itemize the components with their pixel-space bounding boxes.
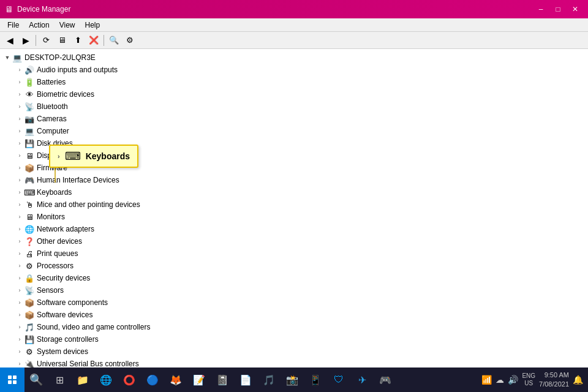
- expand-icon[interactable]: ›: [15, 102, 24, 111]
- word-taskbar[interactable]: 📄: [235, 369, 257, 391]
- properties-button[interactable]: 🖥: [55, 34, 69, 47]
- refresh-button[interactable]: ⟳: [39, 34, 53, 47]
- list-item[interactable]: › ❓ Other devices: [0, 235, 588, 247]
- list-item[interactable]: › 📦 Software devices: [0, 309, 588, 321]
- list-item[interactable]: › 🔌 Universal Serial Bus controllers: [0, 358, 588, 368]
- expand-icon[interactable]: ›: [15, 273, 24, 283]
- list-item[interactable]: › 🎮 Human Interface Devices: [0, 174, 588, 186]
- minimize-button[interactable]: –: [533, 3, 549, 15]
- shield-taskbar[interactable]: 🛡: [328, 369, 350, 391]
- expand-icon[interactable]: ›: [15, 89, 24, 99]
- list-item[interactable]: › 📡 Bluetooth: [0, 100, 588, 113]
- notifications-icon[interactable]: 🔔: [573, 375, 583, 385]
- item-label: Universal Serial Bus controllers: [37, 360, 139, 368]
- onenote-taskbar[interactable]: 📓: [211, 369, 233, 391]
- list-item[interactable]: › 💾 Storage controllers: [0, 333, 588, 345]
- notes-taskbar[interactable]: 📝: [188, 369, 210, 391]
- taskbar-time[interactable]: 9:50 AM 7/08/2021: [539, 371, 569, 390]
- keyboards-icon: ⌨: [24, 187, 34, 197]
- back-button[interactable]: ◀: [2, 34, 17, 47]
- expand-icon[interactable]: ›: [15, 163, 24, 173]
- expand-icon[interactable]: ›: [15, 249, 24, 258]
- list-item[interactable]: › 🎵 Sound, video and game controllers: [0, 321, 588, 333]
- search-taskbar-button[interactable]: 🔍: [25, 369, 47, 391]
- expand-icon[interactable]: ›: [15, 151, 24, 160]
- expand-icon[interactable]: ›: [15, 285, 24, 295]
- expand-icon[interactable]: ›: [15, 175, 24, 185]
- title-bar-left: 🖥 Device Manager: [5, 4, 70, 14]
- root-expand-icon[interactable]: ▼: [2, 53, 12, 62]
- expand-icon[interactable]: ›: [15, 138, 24, 148]
- list-item[interactable]: › 🖨 Print queues: [0, 247, 588, 260]
- onedrive-icon: ☁: [496, 375, 504, 385]
- list-item[interactable]: › 🔋 Batteries: [0, 76, 588, 88]
- cortana-taskbar[interactable]: ⭕: [118, 369, 140, 391]
- item-label: Human Interface Devices: [37, 176, 119, 184]
- item-label: Batteries: [37, 78, 66, 86]
- scan-button[interactable]: 🔍: [107, 34, 121, 47]
- list-item[interactable]: › ⚙ System devices: [0, 345, 588, 358]
- list-item[interactable]: › 📡 Sensors: [0, 284, 588, 296]
- chrome-taskbar[interactable]: 🔵: [141, 369, 164, 391]
- list-item[interactable]: › 📦 Software components: [0, 296, 588, 309]
- forward-button[interactable]: ▶: [18, 34, 33, 47]
- list-item[interactable]: › 📷 Cameras: [0, 113, 588, 125]
- expand-icon[interactable]: ›: [15, 236, 24, 246]
- root-computer-icon: 💻: [12, 53, 22, 62]
- item-label: Software devices: [37, 311, 92, 319]
- item-icon: ❓: [24, 236, 34, 246]
- settings-button[interactable]: ⚙: [123, 34, 137, 47]
- menu-action[interactable]: Action: [24, 18, 54, 31]
- expand-icon[interactable]: ›: [15, 114, 24, 124]
- list-item[interactable]: › 🔒 Security devices: [0, 272, 588, 284]
- telegram-taskbar[interactable]: ✈: [351, 369, 373, 391]
- expand-icon[interactable]: ›: [15, 334, 24, 344]
- game-taskbar[interactable]: 🎮: [374, 369, 396, 391]
- expand-icon[interactable]: ›: [15, 322, 24, 332]
- task-view-button[interactable]: ⊞: [48, 369, 70, 391]
- expand-icon[interactable]: ›: [15, 224, 24, 234]
- menu-file[interactable]: File: [2, 18, 24, 31]
- restore-button[interactable]: □: [550, 3, 566, 15]
- firefox-taskbar[interactable]: 🦊: [165, 369, 187, 391]
- main-content: ▼ 💻 DESKTOP-2ULQR3E › 🔊 Audio inputs and…: [0, 49, 588, 368]
- uninstall-button[interactable]: ❌: [86, 34, 101, 47]
- item-icon: 💾: [24, 334, 34, 344]
- expand-icon[interactable]: ›: [15, 126, 24, 136]
- item-icon: 🔌: [24, 359, 34, 368]
- list-item[interactable]: › 🔊 Audio inputs and outputs: [0, 64, 588, 76]
- expand-icon[interactable]: ›: [15, 77, 24, 87]
- expand-icon[interactable]: ›: [15, 212, 24, 222]
- item-icon: 👁: [24, 89, 34, 99]
- keyboards-tree-item[interactable]: › ⌨ Keyboards: [0, 186, 588, 198]
- list-item[interactable]: › 🖥 Monitors: [0, 211, 588, 223]
- update-driver-button[interactable]: ⬆: [70, 34, 85, 47]
- spotify-taskbar[interactable]: 🎵: [258, 369, 280, 391]
- expand-icon[interactable]: ›: [15, 347, 24, 356]
- settings-taskbar[interactable]: 📱: [304, 369, 326, 391]
- expand-icon[interactable]: ›: [15, 298, 24, 307]
- menu-view[interactable]: View: [55, 18, 80, 31]
- menu-help[interactable]: Help: [80, 18, 105, 31]
- list-item[interactable]: › 👁 Biometric devices: [0, 88, 588, 100]
- edge-taskbar[interactable]: 🌐: [95, 369, 117, 391]
- item-label: Sensors: [37, 286, 64, 295]
- list-item[interactable]: › 🌐 Network adapters: [0, 223, 588, 235]
- item-icon: 📷: [24, 114, 34, 124]
- list-item[interactable]: › 💻 Computer: [0, 125, 588, 137]
- start-button[interactable]: [0, 368, 24, 392]
- photos-taskbar[interactable]: 📸: [281, 369, 303, 391]
- item-label: Audio inputs and outputs: [37, 66, 118, 74]
- device-tree: ▼ 💻 DESKTOP-2ULQR3E › 🔊 Audio inputs and…: [0, 49, 588, 368]
- expand-icon[interactable]: ›: [15, 200, 24, 209]
- file-explorer-taskbar[interactable]: 📁: [72, 369, 94, 391]
- close-button[interactable]: ✕: [567, 3, 583, 15]
- item-icon: 🔋: [24, 77, 34, 87]
- list-item[interactable]: › 🖱 Mice and other pointing devices: [0, 198, 588, 211]
- expand-icon[interactable]: ›: [15, 65, 24, 75]
- tree-root-item[interactable]: ▼ 💻 DESKTOP-2ULQR3E: [0, 51, 588, 64]
- expand-icon[interactable]: ›: [15, 359, 24, 368]
- expand-icon[interactable]: ›: [15, 261, 24, 271]
- list-item[interactable]: › ⚙ Processors: [0, 260, 588, 272]
- expand-icon[interactable]: ›: [15, 310, 24, 320]
